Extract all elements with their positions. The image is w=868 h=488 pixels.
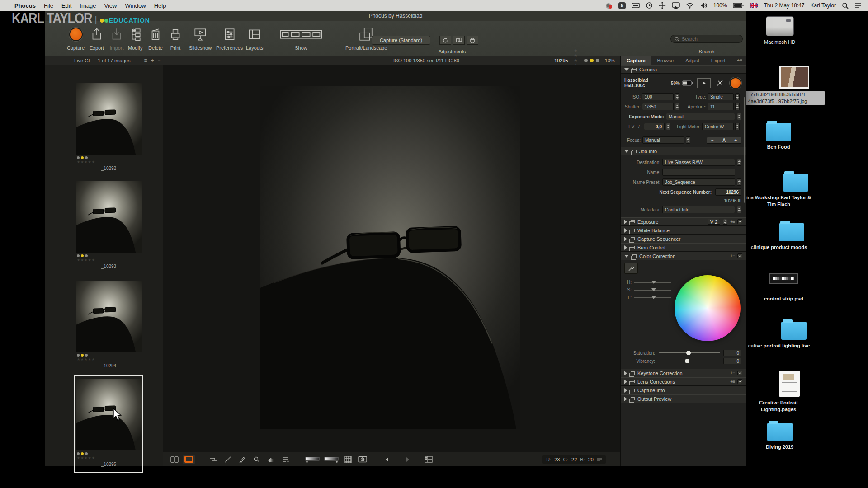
menu-help[interactable]: Help — [154, 2, 166, 9]
color-tag-gray2[interactable] — [596, 59, 599, 62]
section-exposure[interactable]: Exposure V 2 +≡ — [621, 217, 746, 226]
search-field[interactable] — [670, 35, 743, 43]
exposure-menu-icon[interactable]: +≡ — [730, 219, 735, 224]
name-input[interactable] — [662, 169, 735, 176]
crop-icon[interactable] — [208, 455, 219, 464]
exposure-warning-icon[interactable] — [304, 455, 321, 464]
aperture-select[interactable]: 11 — [708, 103, 734, 110]
show-control[interactable]: Show — [279, 24, 323, 51]
menu-view[interactable]: View — [104, 2, 117, 9]
desktop-psd-file[interactable]: control strip.psd — [764, 273, 803, 302]
preferences-button[interactable]: Preferences — [216, 24, 243, 51]
keyboard-flag-icon[interactable] — [750, 2, 758, 9]
preset-reset-button[interactable] — [439, 36, 451, 45]
metadata-stepper[interactable] — [737, 206, 741, 213]
sat-slider[interactable] — [634, 290, 671, 291]
battery-icon[interactable] — [733, 2, 744, 9]
pan-hand-icon[interactable] — [265, 455, 277, 464]
desktop-jpg-file[interactable]: 776cf82196f3f8c3d5587f4ae3d673f5...97bb2… — [763, 66, 825, 105]
desktop-folder-portrait-lighting[interactable]: eative portrait lighting live — [766, 322, 822, 349]
wifi-icon[interactable] — [686, 2, 694, 9]
tab-adjust[interactable]: Adjust — [679, 56, 705, 65]
focus-plus-button[interactable]: + — [730, 137, 741, 143]
metadata-select[interactable]: Contact Info — [662, 206, 735, 213]
menu-user[interactable]: Karl Taylor — [811, 2, 836, 9]
panel-scrollbar[interactable] — [744, 97, 745, 203]
section-camera[interactable]: Camera — [621, 65, 746, 74]
panel-capture-button[interactable] — [730, 77, 741, 89]
compare-view-icon[interactable] — [169, 455, 180, 464]
lens-menu-icon[interactable]: +≡ — [730, 379, 735, 384]
lens-checkbox[interactable] — [737, 379, 742, 384]
live-view-play-button[interactable] — [697, 78, 711, 88]
cc-checkbox[interactable] — [737, 253, 742, 258]
ev-value[interactable]: 0,0 — [644, 123, 665, 130]
filmstrip-menu-icon[interactable]: -≡ — [142, 57, 147, 64]
destination-select[interactable]: Live Glasses RAW — [662, 159, 735, 166]
vibrancy-slider[interactable] — [659, 361, 720, 361]
overlay-menu-icon[interactable] — [280, 455, 292, 464]
badge-5-icon[interactable]: 5 — [618, 2, 626, 9]
exposure-version-stepper[interactable] — [723, 219, 727, 225]
saturation-slider[interactable] — [659, 352, 720, 353]
saturation-value[interactable]: 0 — [723, 350, 741, 356]
desktop-macintosh-hd[interactable]: Macintosh HD — [764, 16, 795, 46]
thumbnail-10292[interactable]: ★★★★★ _10292 — [76, 83, 142, 171]
previous-image-icon[interactable] — [381, 455, 393, 464]
focus-tool-button[interactable] — [714, 78, 726, 88]
menu-window[interactable]: Window — [125, 2, 146, 9]
section-output-preview[interactable]: Output Preview — [621, 394, 746, 403]
single-view-icon[interactable] — [183, 455, 195, 464]
focus-stepper[interactable] — [686, 136, 690, 144]
grid-icon[interactable] — [342, 455, 354, 464]
readout-menu-icon[interactable] — [597, 457, 602, 462]
window-title-bar[interactable]: Phocus by Hasselblad — [45, 11, 746, 21]
print-button[interactable]: Print — [168, 24, 183, 51]
lum-slider[interactable] — [634, 297, 671, 298]
section-keystone[interactable]: Keystone Correction +≡ — [621, 369, 746, 377]
aperture-stepper[interactable] — [735, 103, 740, 110]
time-machine-icon[interactable] — [646, 2, 653, 9]
shutter-stepper[interactable] — [675, 103, 679, 110]
tab-capture[interactable]: Capture — [621, 56, 651, 65]
light-meter-stepper[interactable] — [735, 123, 740, 130]
menu-clock[interactable]: Thu 2 May 18:47 — [764, 2, 804, 9]
ev-stepper[interactable] — [666, 123, 670, 130]
shadow-warning-icon[interactable] — [323, 455, 340, 464]
live-view-label[interactable]: Live Gl — [74, 58, 90, 63]
section-bron-control[interactable]: Bron Control — [621, 243, 746, 252]
thumbnail-10293[interactable]: ★★★★★ _10293 — [76, 181, 142, 269]
menu-edit[interactable]: Edit — [61, 2, 71, 9]
display-icon[interactable] — [632, 2, 640, 9]
zoom-tool-icon[interactable] — [251, 455, 263, 464]
preset-print-button[interactable] — [467, 36, 478, 45]
section-capture-info[interactable]: Capture Info — [621, 386, 746, 394]
proof-icon[interactable] — [357, 455, 368, 464]
search-input[interactable] — [682, 36, 736, 42]
keystone-menu-icon[interactable]: +≡ — [730, 371, 735, 375]
section-color-correction[interactable]: Color Correction +≡ — [621, 252, 746, 260]
image-viewer[interactable] — [163, 65, 620, 452]
keystone-checkbox[interactable] — [737, 371, 742, 375]
import-button[interactable]: Import — [109, 24, 124, 51]
color-wheel[interactable] — [675, 275, 741, 341]
name-preset-stepper[interactable] — [737, 178, 741, 186]
destination-stepper[interactable] — [737, 159, 741, 166]
modify-button[interactable]: Modify — [128, 24, 142, 51]
section-capture-sequencer[interactable]: Capture Sequencer — [621, 235, 746, 243]
tabs-menu-icon[interactable]: +≡ — [737, 56, 746, 65]
thumbnail-10294[interactable]: ★★★★★ _10294 — [76, 281, 142, 368]
tab-export[interactable]: Export — [705, 56, 731, 65]
preset-frames-button[interactable] — [453, 36, 465, 45]
menu-image[interactable]: Image — [80, 2, 96, 9]
desktop-pages-file[interactable]: Creative PortraitLighting.pages — [768, 371, 810, 413]
camera-status-icon[interactable] — [605, 2, 613, 9]
volume-icon[interactable] — [700, 2, 708, 9]
type-select[interactable]: Single — [708, 93, 734, 100]
desktop-folder-workshop[interactable]: ina Workshop Karl Taylor &Tim Flach — [766, 174, 825, 208]
browser-layout-icon[interactable] — [423, 455, 434, 464]
vibrancy-value[interactable]: 0 — [723, 358, 741, 364]
focus-select[interactable]: Manual — [642, 136, 684, 144]
spotlight-search-icon[interactable] — [842, 2, 849, 9]
name-preset-select[interactable]: Job_Sequence — [662, 178, 735, 186]
